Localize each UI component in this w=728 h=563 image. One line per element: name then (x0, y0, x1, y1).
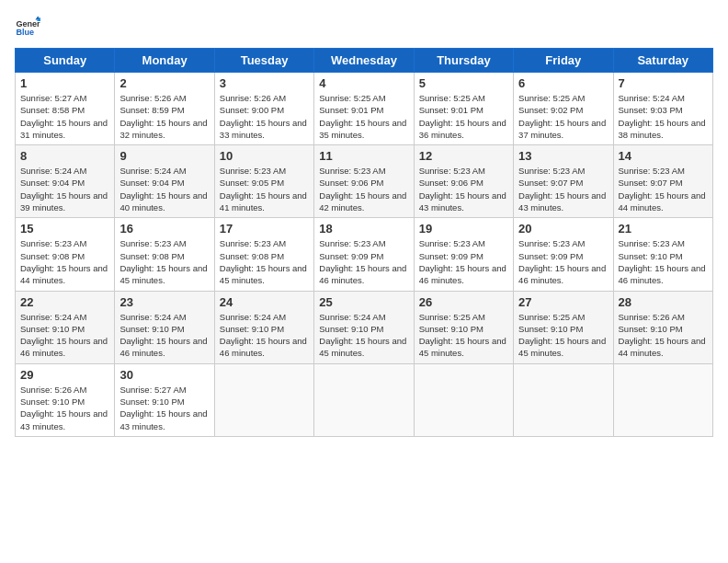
calendar-cell: 22 Sunrise: 5:24 AMSunset: 9:10 PMDaylig… (16, 291, 115, 363)
cell-info: Sunrise: 5:23 AMSunset: 9:09 PMDaylight:… (518, 238, 606, 285)
weekday-header-cell: Tuesday (214, 49, 313, 73)
calendar-cell: 18 Sunrise: 5:23 AMSunset: 9:09 PMDaylig… (314, 218, 414, 291)
day-number: 18 (319, 222, 408, 236)
weekday-header-cell: Saturday (613, 49, 712, 73)
weekday-header-cell: Thursday (414, 49, 513, 73)
day-number: 15 (20, 222, 109, 236)
day-number: 11 (319, 149, 408, 163)
calendar-cell: 26 Sunrise: 5:25 AMSunset: 9:10 PMDaylig… (414, 291, 513, 363)
calendar-cell (314, 363, 414, 436)
cell-info: Sunrise: 5:24 AMSunset: 9:03 PMDaylight:… (619, 93, 706, 140)
calendar-cell: 29 Sunrise: 5:26 AMSunset: 9:10 PMDaylig… (16, 363, 115, 436)
cell-info: Sunrise: 5:23 AMSunset: 9:05 PMDaylight:… (220, 166, 307, 213)
day-number: 9 (119, 149, 209, 163)
day-number: 13 (518, 149, 608, 163)
calendar-cell: 5 Sunrise: 5:25 AMSunset: 9:01 PMDayligh… (414, 73, 513, 145)
calendar-cell: 17 Sunrise: 5:23 AMSunset: 9:08 PMDaylig… (214, 218, 313, 291)
header: General Blue (15, 15, 713, 40)
calendar-cell: 11 Sunrise: 5:23 AMSunset: 9:06 PMDaylig… (314, 145, 414, 218)
day-number: 16 (119, 222, 209, 236)
calendar-week-row: 8 Sunrise: 5:24 AMSunset: 9:04 PMDayligh… (16, 145, 713, 218)
cell-info: Sunrise: 5:25 AMSunset: 9:01 PMDaylight:… (419, 93, 506, 140)
day-number: 25 (319, 295, 408, 309)
calendar-cell: 8 Sunrise: 5:24 AMSunset: 9:04 PMDayligh… (16, 145, 115, 218)
calendar-cell: 2 Sunrise: 5:26 AMSunset: 8:59 PMDayligh… (115, 73, 214, 145)
calendar-cell: 21 Sunrise: 5:23 AMSunset: 9:10 PMDaylig… (613, 218, 712, 291)
cell-info: Sunrise: 5:23 AMSunset: 9:09 PMDaylight:… (419, 238, 506, 285)
calendar-cell: 7 Sunrise: 5:24 AMSunset: 9:03 PMDayligh… (613, 73, 712, 145)
day-number: 26 (419, 295, 508, 309)
calendar: SundayMondayTuesdayWednesdayThursdayFrid… (15, 48, 713, 437)
calendar-cell: 10 Sunrise: 5:23 AMSunset: 9:05 PMDaylig… (214, 145, 313, 218)
day-number: 17 (220, 222, 309, 236)
calendar-cell (613, 363, 712, 436)
calendar-week-row: 1 Sunrise: 5:27 AMSunset: 8:58 PMDayligh… (16, 73, 713, 145)
cell-info: Sunrise: 5:26 AMSunset: 8:59 PMDaylight:… (119, 93, 207, 140)
cell-info: Sunrise: 5:23 AMSunset: 9:08 PMDaylight:… (220, 238, 307, 285)
cell-info: Sunrise: 5:23 AMSunset: 9:06 PMDaylight:… (319, 166, 406, 213)
day-number: 14 (619, 149, 708, 163)
cell-info: Sunrise: 5:24 AMSunset: 9:04 PMDaylight:… (119, 166, 207, 213)
calendar-cell (214, 363, 313, 436)
calendar-cell: 27 Sunrise: 5:25 AMSunset: 9:10 PMDaylig… (514, 291, 613, 363)
cell-info: Sunrise: 5:24 AMSunset: 9:10 PMDaylight:… (119, 312, 207, 359)
calendar-week-row: 29 Sunrise: 5:26 AMSunset: 9:10 PMDaylig… (16, 363, 713, 436)
cell-info: Sunrise: 5:27 AMSunset: 9:10 PMDaylight:… (119, 385, 207, 431)
cell-info: Sunrise: 5:23 AMSunset: 9:10 PMDaylight:… (619, 238, 706, 285)
calendar-cell: 23 Sunrise: 5:24 AMSunset: 9:10 PMDaylig… (115, 291, 214, 363)
day-number: 1 (20, 76, 109, 90)
calendar-cell (414, 363, 513, 436)
calendar-cell: 9 Sunrise: 5:24 AMSunset: 9:04 PMDayligh… (115, 145, 214, 218)
calendar-cell: 13 Sunrise: 5:23 AMSunset: 9:07 PMDaylig… (514, 145, 613, 218)
calendar-cell: 25 Sunrise: 5:24 AMSunset: 9:10 PMDaylig… (314, 291, 414, 363)
calendar-cell: 1 Sunrise: 5:27 AMSunset: 8:58 PMDayligh… (16, 73, 115, 145)
cell-info: Sunrise: 5:23 AMSunset: 9:08 PMDaylight:… (20, 238, 108, 285)
cell-info: Sunrise: 5:26 AMSunset: 9:10 PMDaylight:… (619, 312, 706, 359)
day-number: 29 (20, 368, 109, 382)
calendar-week-row: 15 Sunrise: 5:23 AMSunset: 9:08 PMDaylig… (16, 218, 713, 291)
day-number: 5 (419, 76, 508, 90)
day-number: 23 (119, 295, 209, 309)
svg-text:General: General (16, 19, 40, 29)
calendar-cell: 24 Sunrise: 5:24 AMSunset: 9:10 PMDaylig… (214, 291, 313, 363)
calendar-week-row: 22 Sunrise: 5:24 AMSunset: 9:10 PMDaylig… (16, 291, 713, 363)
calendar-cell: 16 Sunrise: 5:23 AMSunset: 9:08 PMDaylig… (115, 218, 214, 291)
day-number: 2 (119, 76, 209, 90)
weekday-header-cell: Friday (514, 49, 613, 73)
calendar-cell: 15 Sunrise: 5:23 AMSunset: 9:08 PMDaylig… (16, 218, 115, 291)
cell-info: Sunrise: 5:24 AMSunset: 9:04 PMDaylight:… (20, 166, 108, 213)
calendar-cell: 12 Sunrise: 5:23 AMSunset: 9:06 PMDaylig… (414, 145, 513, 218)
day-number: 27 (518, 295, 608, 309)
cell-info: Sunrise: 5:25 AMSunset: 9:10 PMDaylight:… (419, 312, 506, 359)
cell-info: Sunrise: 5:23 AMSunset: 9:07 PMDaylight:… (619, 166, 706, 213)
day-number: 7 (619, 76, 708, 90)
weekday-header-cell: Sunday (16, 49, 115, 73)
svg-text:Blue: Blue (16, 28, 34, 37)
calendar-cell: 19 Sunrise: 5:23 AMSunset: 9:09 PMDaylig… (414, 218, 513, 291)
weekday-header: SundayMondayTuesdayWednesdayThursdayFrid… (16, 49, 713, 73)
day-number: 3 (220, 76, 309, 90)
weekday-header-cell: Monday (115, 49, 214, 73)
day-number: 6 (518, 76, 608, 90)
weekday-header-cell: Wednesday (314, 49, 414, 73)
logo-icon: General Blue (15, 15, 40, 40)
cell-info: Sunrise: 5:25 AMSunset: 9:01 PMDaylight:… (319, 93, 406, 140)
logo: General Blue (15, 15, 40, 40)
day-number: 4 (319, 76, 408, 90)
cell-info: Sunrise: 5:23 AMSunset: 9:07 PMDaylight:… (518, 166, 606, 213)
day-number: 8 (20, 149, 109, 163)
day-number: 30 (119, 368, 209, 382)
cell-info: Sunrise: 5:23 AMSunset: 9:08 PMDaylight:… (119, 238, 207, 285)
calendar-body: 1 Sunrise: 5:27 AMSunset: 8:58 PMDayligh… (16, 73, 713, 437)
day-number: 12 (419, 149, 508, 163)
cell-info: Sunrise: 5:23 AMSunset: 9:06 PMDaylight:… (419, 166, 506, 213)
calendar-cell: 4 Sunrise: 5:25 AMSunset: 9:01 PMDayligh… (314, 73, 414, 145)
day-number: 22 (20, 295, 109, 309)
cell-info: Sunrise: 5:24 AMSunset: 9:10 PMDaylight:… (220, 312, 307, 359)
calendar-cell: 28 Sunrise: 5:26 AMSunset: 9:10 PMDaylig… (613, 291, 712, 363)
calendar-cell (514, 363, 613, 436)
day-number: 21 (619, 222, 708, 236)
day-number: 24 (220, 295, 309, 309)
day-number: 28 (619, 295, 708, 309)
day-number: 20 (518, 222, 608, 236)
